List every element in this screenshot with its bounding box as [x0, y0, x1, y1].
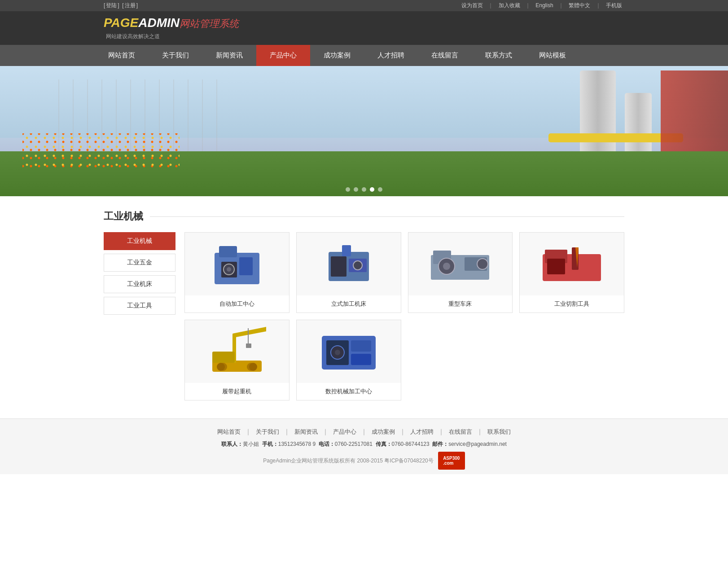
- footer-sep-5: ｜: [399, 428, 406, 436]
- footer-nav-item-4[interactable]: 成功案例: [372, 428, 395, 436]
- nav-item-1[interactable]: 关于我们: [149, 45, 202, 66]
- footer: 网站首页｜关于我们｜新闻资讯｜产品中心｜成功案例｜人才招聘｜在线留言｜联系我们 …: [0, 418, 728, 474]
- sidebar-item-0[interactable]: 工业机械: [104, 232, 175, 250]
- footer-nav-item-2[interactable]: 新闻资讯: [294, 428, 318, 436]
- product-card-2[interactable]: 重型车床: [408, 232, 513, 313]
- product-card-3[interactable]: 工业切割工具: [519, 232, 624, 313]
- top-bar-right: 设为首页 ｜ 加入收藏 ｜ English ｜ 繁體中文 ｜ 手机版: [459, 2, 624, 9]
- footer-sep-2: ｜: [284, 428, 290, 436]
- contact-person-label: 联系人：: [221, 441, 243, 447]
- sidebar-item-3[interactable]: 工业工具: [104, 297, 175, 315]
- contact-mobile-label: 手机：: [262, 441, 278, 447]
- nav-item-0[interactable]: 网站首页: [95, 45, 149, 66]
- contact-email-label: 邮件：: [432, 441, 448, 447]
- svg-point-10: [353, 261, 362, 270]
- product-label-5: 数控机械加工中心: [297, 383, 401, 400]
- product-card-4[interactable]: 履带起重机: [184, 320, 289, 401]
- section-title-line: [150, 216, 624, 217]
- hero-dot-0[interactable]: [346, 187, 350, 192]
- hero-dots: [346, 187, 382, 192]
- sidebar-item-2[interactable]: 工业机床: [104, 275, 175, 293]
- header: PAGEADMIN网站管理系统 网站建设高效解决之道: [0, 11, 728, 45]
- login-link[interactable]: 登陆: [106, 2, 117, 9]
- svg-rect-31: [212, 352, 235, 363]
- footer-sep-1: ｜: [245, 428, 251, 436]
- svg-rect-30: [246, 343, 251, 348]
- hero-tank1: [580, 70, 616, 160]
- product-label-3: 工业切割工具: [520, 295, 624, 313]
- mobile-link[interactable]: 手机版: [606, 2, 622, 9]
- product-image-0: [185, 233, 289, 295]
- nav-item-7[interactable]: 联系方式: [472, 45, 526, 66]
- product-image-2: [408, 233, 513, 295]
- hero-dot-4[interactable]: [378, 187, 382, 192]
- footer-nav-item-0[interactable]: 网站首页: [217, 428, 241, 436]
- footer-nav-item-6[interactable]: 在线留言: [449, 428, 472, 436]
- hero-banner: [0, 66, 728, 196]
- product-image-3: [520, 233, 624, 295]
- footer-nav-item-3[interactable]: 产品中心: [333, 428, 356, 436]
- product-card-1[interactable]: 立式加工机床: [296, 232, 401, 313]
- main-nav: 网站首页关于我们新闻资讯产品中心成功案例人才招聘在线留言联系方式网站模板: [0, 45, 728, 66]
- top-bar-left: [登陆] [注册]: [104, 2, 138, 9]
- traditional-link[interactable]: 繁體中文: [569, 2, 590, 9]
- footer-bottom: PageAdmin企业网站管理系统版权所有 2008-2015 粤ICP备070…: [0, 452, 728, 470]
- bracket-sep: [: [121, 2, 124, 9]
- product-card-5[interactable]: 数控机械加工中心: [296, 320, 401, 401]
- svg-point-16: [477, 259, 488, 269]
- product-image-4: [185, 320, 289, 383]
- svg-rect-7: [342, 245, 351, 256]
- logo-subtitle: 网站建设高效解决之道: [106, 33, 239, 40]
- add-favorite-link[interactable]: 加入收藏: [499, 2, 520, 9]
- content-layout: 工业机械工业五金工业机床工业工具 自动加工中心 立式加工机床 重型车床: [104, 232, 624, 401]
- hero-flowers: [22, 133, 180, 169]
- sep3: ｜: [558, 2, 564, 9]
- nav-item-3[interactable]: 产品中心: [256, 45, 310, 66]
- logo: PAGEADMIN网站管理系统 网站建设高效解决之道: [104, 16, 239, 40]
- nav-item-8[interactable]: 网站模板: [526, 45, 579, 66]
- hero-dot-1[interactable]: [354, 187, 358, 192]
- footer-sep-6: ｜: [438, 428, 444, 436]
- footer-nav-item-5[interactable]: 人才招聘: [410, 428, 434, 436]
- sidebar-item-1[interactable]: 工业五金: [104, 254, 175, 272]
- footer-sep-7: ｜: [477, 428, 483, 436]
- footer-contact: 联系人：黄小姐 手机：13512345678 9 电话：0760-2251708…: [0, 440, 728, 448]
- contact-fax: 0760-86744123: [392, 441, 430, 447]
- nav-item-2[interactable]: 新闻资讯: [202, 45, 256, 66]
- product-label-0: 自动加工中心: [185, 295, 289, 313]
- footer-sep-3: ｜: [322, 428, 329, 436]
- sidebar: 工业机械工业五金工业机床工业工具: [104, 232, 175, 401]
- product-card-0[interactable]: 自动加工中心: [184, 232, 289, 313]
- contact-person: 黄小姐: [243, 441, 259, 447]
- hero-scene: [0, 66, 728, 196]
- register-link[interactable]: 注册: [125, 2, 136, 9]
- sep4: ｜: [596, 2, 601, 9]
- contact-mobile: 13512345678 9: [278, 441, 316, 447]
- svg-rect-35: [351, 354, 371, 365]
- footer-nav-item-1[interactable]: 关于我们: [256, 428, 279, 436]
- set-home-link[interactable]: 设为首页: [461, 2, 483, 9]
- product-image-5: [297, 320, 401, 383]
- hero-dot-2[interactable]: [362, 187, 366, 192]
- footer-copy: PageAdmin企业网站管理系统版权所有 2008-2015 粤ICP备070…: [263, 457, 434, 465]
- footer-nav-item-7[interactable]: 联系我们: [487, 428, 511, 436]
- svg-rect-20: [547, 259, 565, 274]
- product-grid: 自动加工中心 立式加工机床 重型车床 工业切割工具: [184, 232, 624, 401]
- product-image-1: [297, 233, 401, 295]
- section-title: 工业机械: [104, 210, 624, 223]
- contact-phone: 0760-22517081: [335, 441, 373, 447]
- nav-item-6[interactable]: 在线留言: [418, 45, 472, 66]
- svg-rect-34: [351, 340, 371, 352]
- english-link[interactable]: English: [535, 2, 553, 9]
- svg-rect-26: [249, 363, 257, 371]
- nav-item-5[interactable]: 人才招聘: [364, 45, 418, 66]
- nav-item-4[interactable]: 成功案例: [310, 45, 364, 66]
- contact-email: service@pageadmin.net: [448, 441, 507, 447]
- sep1: ｜: [488, 2, 493, 9]
- svg-rect-8: [331, 256, 346, 277]
- svg-point-14: [443, 263, 450, 270]
- product-label-4: 履带起重机: [185, 383, 289, 400]
- product-label-1: 立式加工机床: [297, 295, 401, 313]
- hero-dot-3[interactable]: [370, 187, 374, 192]
- contact-fax-label: 传真：: [376, 441, 392, 447]
